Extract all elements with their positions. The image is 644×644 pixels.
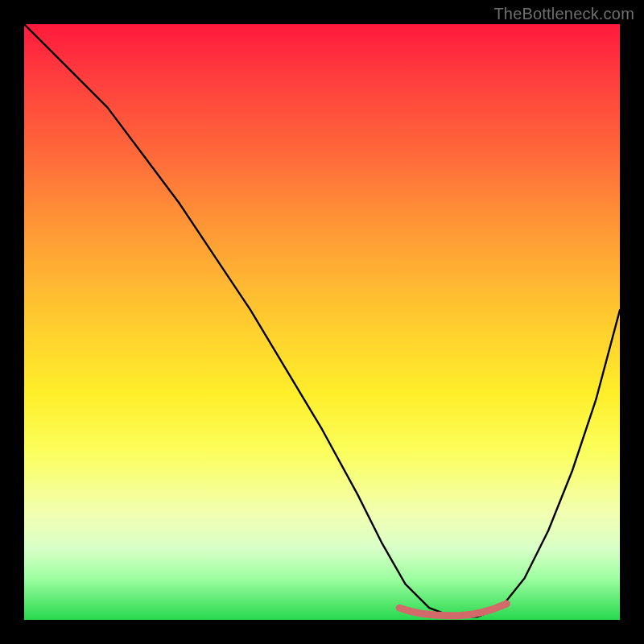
plot-area: [24, 24, 620, 620]
watermark-label: TheBottleneck.com: [493, 5, 634, 23]
bottleneck-curve: [24, 24, 620, 617]
chart-frame: TheBottleneck.com: [0, 0, 644, 644]
valley-marker: [399, 604, 506, 616]
curve-layer: [24, 24, 620, 620]
